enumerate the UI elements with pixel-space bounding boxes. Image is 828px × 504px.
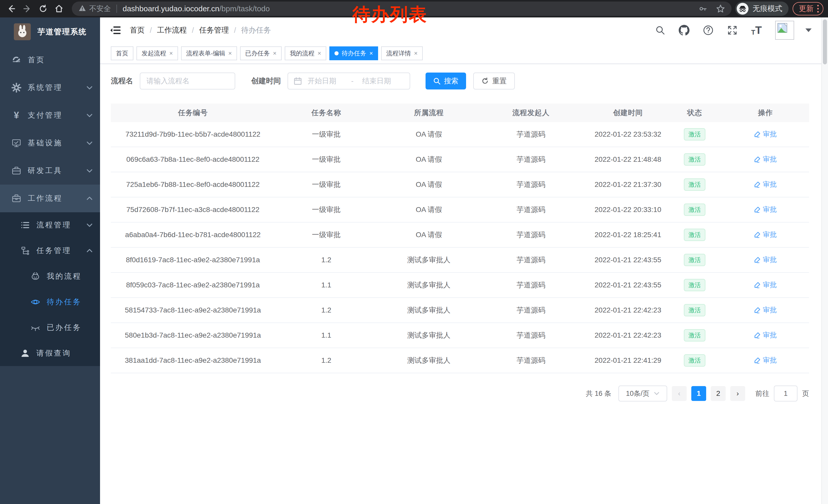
close-icon[interactable]: × [228, 50, 232, 56]
approve-link[interactable]: 审批 [754, 205, 777, 214]
cell-task-name: 1.1 [275, 331, 378, 339]
tab-start-process[interactable]: 发起流程 × [136, 46, 178, 60]
toolbox-icon [11, 166, 22, 176]
sidebar-item-todo-tasks[interactable]: 待办任务 [0, 289, 100, 315]
sidebar-item-label: 研发工具 [28, 166, 86, 176]
sidebar-item-leave-query[interactable]: 请假查询 [0, 340, 100, 366]
page-scrollbar[interactable] [821, 17, 828, 504]
browser-menu-icon[interactable] [817, 5, 819, 12]
jump-page-input[interactable] [774, 385, 797, 402]
fullscreen-icon[interactable] [727, 25, 738, 36]
task-table: 任务编号 任务名称 所属流程 流程发起人 创建时间 状态 操作 73211d9d… [111, 103, 809, 373]
close-icon[interactable]: × [169, 50, 173, 56]
breadcrumb-current: 待办任务 [241, 25, 271, 35]
breadcrumb-home[interactable]: 首页 [130, 25, 145, 35]
tab-process-detail[interactable]: 流程详情 × [381, 46, 423, 60]
end-date-placeholder[interactable]: 结束日期 [356, 76, 397, 86]
approve-label: 审批 [763, 130, 777, 139]
avatar[interactable] [775, 21, 794, 40]
tab-my-process[interactable]: 我的流程 × [285, 46, 326, 60]
bookmark-star-icon[interactable] [716, 4, 725, 13]
breadcrumb-workflow[interactable]: 工作流程 [157, 25, 187, 35]
browser-back-button[interactable] [5, 2, 18, 15]
sidebar-item-infrastructure[interactable]: 基础设施 [0, 129, 100, 157]
chevron-down-icon [86, 222, 93, 228]
page-button-1[interactable]: 1 [691, 386, 706, 401]
date-range-picker[interactable]: 开始日期 - 结束日期 [288, 73, 410, 89]
table-row: 069c6a63-7b8a-11ec-8ef0-acde48001122 一级审… [111, 147, 809, 172]
close-icon[interactable]: × [273, 50, 277, 56]
browser-forward-button[interactable] [20, 2, 34, 15]
edit-pencil-icon [754, 256, 761, 263]
sidebar-item-process-management[interactable]: 流程管理 [0, 212, 100, 238]
create-time-label: 创建时间 [251, 76, 281, 86]
sidebar-item-label: 工作流程 [28, 193, 86, 203]
sidebar-item-label: 已办任务 [47, 322, 93, 333]
search-icon[interactable] [655, 25, 665, 35]
tab-todo-tasks[interactable]: 待办任务 × [329, 46, 378, 60]
page-size-select[interactable]: 10条/页 [618, 385, 667, 402]
reset-button[interactable]: 重置 [473, 73, 515, 89]
prev-page-button[interactable]: ‹ [672, 386, 687, 401]
tab-label: 流程表单-编辑 [186, 49, 225, 57]
next-page-button[interactable]: › [730, 386, 745, 401]
help-icon[interactable] [703, 25, 714, 36]
github-icon[interactable] [679, 25, 690, 36]
tab-done-tasks[interactable]: 已办任务 × [240, 46, 282, 60]
sidebar-item-task-management[interactable]: 任务管理 [0, 238, 100, 264]
table-row: 8f059c03-7ac8-11ec-a9e2-a2380e71991a 1.1… [111, 273, 809, 298]
cell-task-id: 58154733-7ac8-11ec-a9e2-a2380e71991a [111, 306, 275, 314]
browser-update-button[interactable]: 更新 [793, 2, 823, 15]
approve-link[interactable]: 审批 [754, 230, 777, 239]
sidebar-item-system[interactable]: 系统管理 [0, 74, 100, 101]
url-path[interactable]: /bpm/task/todo [219, 4, 270, 13]
browser-reload-button[interactable] [36, 2, 50, 15]
close-icon[interactable]: × [369, 50, 373, 56]
cell-initiator: 芋道源码 [480, 154, 582, 164]
approve-link[interactable]: 审批 [754, 356, 777, 365]
cell-task-id: 725a1eb6-7b88-11ec-8ef0-acde48001122 [111, 180, 275, 189]
start-date-placeholder[interactable]: 开始日期 [307, 76, 348, 86]
cell-task-name: 一级审批 [275, 230, 378, 240]
url-host[interactable]: dashboard.yudao.iocoder.cn [123, 4, 219, 13]
chevron-down-icon [86, 140, 93, 146]
process-name-input[interactable] [140, 73, 235, 89]
close-icon[interactable]: × [414, 50, 418, 56]
font-size-icon[interactable]: TT [751, 25, 762, 36]
cell-status: 激活 [674, 354, 715, 367]
approve-link[interactable]: 审批 [754, 305, 777, 315]
avatar-dropdown-caret[interactable] [805, 29, 812, 32]
gear-icon [11, 83, 22, 93]
scrollbar-thumb[interactable] [823, 19, 827, 64]
page-button-2[interactable]: 2 [711, 386, 726, 401]
approve-link[interactable]: 审批 [754, 330, 777, 340]
sidebar-item-payment[interactable]: ¥ 支付管理 [0, 101, 100, 129]
approve-link[interactable]: 审批 [754, 130, 777, 139]
cell-status: 激活 [674, 153, 715, 166]
sidebar-collapse-icon[interactable] [110, 26, 121, 35]
sidebar-item-devtools[interactable]: 研发工具 [0, 157, 100, 185]
approve-link[interactable]: 审批 [754, 280, 777, 289]
status-badge: 激活 [684, 354, 705, 367]
tab-process-form-edit[interactable]: 流程表单-编辑 × [181, 46, 237, 60]
sidebar-item-done-tasks[interactable]: 已办任务 [0, 315, 100, 340]
tab-home[interactable]: 首页 [111, 46, 133, 60]
search-button[interactable]: 搜索 [425, 73, 466, 89]
security-warning-icon[interactable] [79, 4, 86, 13]
table-row: 58154733-7ac8-11ec-a9e2-a2380e71991a 1.2… [111, 298, 809, 323]
main-content: 流程名 创建时间 开始日期 - 结束日期 搜索 重置 任务编号 任务名称 [100, 64, 821, 504]
sidebar-item-home[interactable]: 首页 [0, 46, 100, 74]
cell-task-name: 1.1 [275, 281, 378, 289]
password-key-icon[interactable] [699, 5, 707, 13]
approve-link[interactable]: 审批 [754, 255, 777, 264]
close-icon[interactable]: × [318, 50, 321, 56]
security-label[interactable]: 不安全 [89, 4, 111, 13]
approve-link[interactable]: 审批 [754, 180, 777, 189]
browser-home-button[interactable] [52, 2, 66, 15]
sidebar-logo-row[interactable]: 芋道管理系统 [0, 17, 100, 46]
sidebar-item-workflow[interactable]: 工作流程 [0, 185, 100, 212]
sidebar-item-my-process[interactable]: 我的流程 [0, 264, 100, 289]
edit-pencil-icon [754, 332, 761, 338]
approve-link[interactable]: 审批 [754, 154, 777, 164]
breadcrumb-task-management[interactable]: 任务管理 [199, 25, 229, 35]
